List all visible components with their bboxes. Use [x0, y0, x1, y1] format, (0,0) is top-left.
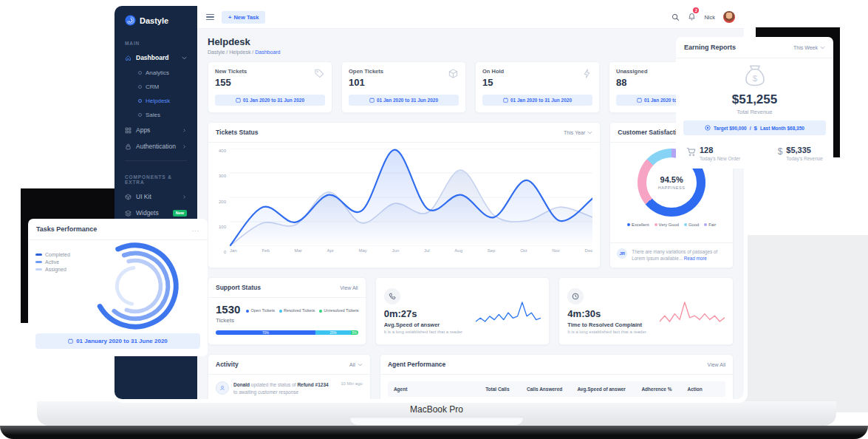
- table-column-header: Action: [688, 387, 720, 392]
- user-avatar[interactable]: [723, 11, 735, 23]
- sidebar-item-sales[interactable]: Sales: [115, 108, 197, 122]
- breadcrumb-section[interactable]: Helpdesk: [229, 50, 250, 55]
- progress-segment: 25%: [315, 330, 351, 335]
- sidebar-item-uikit[interactable]: UI Kit: [115, 188, 197, 205]
- avg-speed-card: 0m:27s Avg.Speed of answer It is a long …: [375, 277, 550, 345]
- agent-table-header: AgentTotal CallsCalls AnsweredAvg.Speed …: [388, 381, 725, 397]
- y-tick-label: 0: [216, 250, 226, 254]
- tasks-date-range-picker[interactable]: 01 January 2020 to 31 June 2020: [35, 333, 200, 349]
- calendar-icon: [68, 338, 73, 344]
- tasks-performance-card: Tasks Performance ... CompletedActiveAss…: [28, 219, 208, 356]
- legend-item: Unresolved Tickets: [319, 308, 358, 313]
- legend-item: Fair: [704, 222, 716, 227]
- table-column-header: Adherence %: [641, 387, 687, 392]
- tasks-radial-chart: [88, 239, 182, 333]
- tickets-period-select[interactable]: This Year: [564, 130, 592, 135]
- laptop-base: MacBook Pro: [37, 401, 836, 426]
- target-strip: Target $90,000 / $ Last Month $68,350: [683, 120, 826, 135]
- legend-item: Very Good: [655, 222, 679, 227]
- resolve-time-label: Time to Resolved Complaint: [567, 321, 655, 328]
- date-range-picker[interactable]: 01 Jan 2020 to 31 Jun 2020: [482, 95, 592, 106]
- stat-card-open-tickets: Open Tickets 101 01 Jan 202: [341, 61, 466, 113]
- agent-performance-card: Agent Performance View All AgentTotal Ca…: [380, 354, 734, 399]
- legend-item: Completed: [35, 252, 70, 257]
- main-area: + New Task 2 Nick Hel: [197, 6, 744, 399]
- date-range-picker[interactable]: 01 Jan 2020 to 31 Jun 2020: [215, 95, 325, 106]
- table-column-header: Calls Answered: [527, 387, 577, 392]
- laptop-screen: Dastyle Main Dashboard Analytics CRM Hel…: [115, 6, 748, 403]
- stat-value: 15: [482, 77, 504, 88]
- sidebar-item-crm[interactable]: CRM: [115, 80, 197, 94]
- dashboard-app: Dastyle Main Dashboard Analytics CRM Hel…: [115, 6, 744, 399]
- sidebar-divider: [125, 160, 187, 161]
- nav-section-components: Components & Extra: [115, 167, 197, 188]
- brand-logo[interactable]: Dastyle: [115, 13, 197, 33]
- breadcrumb-root[interactable]: Dastyle: [208, 50, 225, 55]
- macbook-mockup: { "laptop": { "label": "MacBook Pro" }, …: [0, 0, 868, 439]
- y-tick-label: 200: [216, 200, 226, 204]
- month-label: Oct: [520, 248, 527, 253]
- support-legend: Open TicketsResolved TicketsUnresolved T…: [246, 308, 358, 313]
- agent-view-all-link[interactable]: View All: [708, 362, 725, 367]
- new-badge: New: [173, 210, 187, 217]
- sidebar-item-authentication[interactable]: Authentication: [115, 138, 197, 154]
- more-options-icon[interactable]: ...: [191, 228, 199, 231]
- sidebar-item-analytics[interactable]: Analytics: [115, 66, 197, 80]
- sidebar-item-label: CRM: [146, 84, 159, 90]
- target-icon: [705, 125, 711, 131]
- chevron-right-icon: [182, 195, 187, 199]
- laptop-model-label: MacBook Pro: [37, 401, 836, 415]
- earning-reports-title: Earning Reports: [684, 44, 736, 51]
- stat-label: Open Tickets: [349, 68, 383, 75]
- search-icon[interactable]: [671, 13, 680, 21]
- bell-icon: [688, 13, 696, 21]
- activity-actor: Donald: [233, 382, 250, 387]
- chevron-down-icon: [587, 131, 592, 135]
- menu-toggle-icon[interactable]: [206, 14, 214, 21]
- topbar: + New Task 2 Nick: [197, 6, 744, 29]
- month-label: May: [359, 248, 367, 253]
- date-range-picker[interactable]: 01 Jan 2020 to 31 Jun 2020: [349, 95, 459, 106]
- read-more-link[interactable]: Read more: [684, 256, 707, 261]
- activity-filter-select[interactable]: All: [349, 362, 363, 367]
- legend-dot-icon: [627, 223, 630, 226]
- month-label: Dec: [585, 248, 593, 253]
- table-column-header: Avg.Speed of answer: [577, 387, 641, 392]
- stat-value: 101: [349, 77, 383, 88]
- tickets-total: 1530: [216, 304, 240, 315]
- support-progress-bar: 70%25%5%: [216, 330, 358, 335]
- resolve-time-value: 4m:30s: [567, 308, 655, 319]
- earning-period-select[interactable]: This Week: [793, 45, 825, 50]
- support-view-all-link[interactable]: View All: [340, 285, 358, 290]
- new-task-button[interactable]: + New Task: [222, 11, 265, 24]
- laptop-bottom-edge: [0, 426, 868, 439]
- support-status-card: Support Status View All 1530 Tickets Ope…: [208, 277, 366, 345]
- bullet-icon: [138, 71, 142, 75]
- brand-name: Dastyle: [140, 16, 168, 25]
- agent-performance-title: Agent Performance: [388, 361, 445, 368]
- legend-mark-icon: [35, 261, 42, 263]
- legend-item: Good: [684, 222, 699, 227]
- stat-label: On Hold: [482, 68, 504, 75]
- support-status-title: Support Status: [216, 284, 261, 291]
- sidebar-item-apps[interactable]: Apps: [115, 122, 197, 138]
- sidebar-item-label: UI Kit: [136, 193, 151, 200]
- legend-mark-icon: [35, 268, 42, 270]
- sidebar-item-dashboard[interactable]: Dashboard: [115, 50, 197, 66]
- month-label: Jun: [392, 248, 400, 253]
- dastyle-logo-icon: [125, 15, 136, 26]
- notifications-button[interactable]: 2: [688, 10, 696, 24]
- stat-label: Unassigned: [616, 68, 648, 75]
- revenue-value: $5,335: [786, 146, 823, 154]
- avg-speed-desc: It is a long established fact that a rea…: [384, 330, 472, 334]
- tickets-total-label: Tickets: [216, 317, 240, 324]
- todays-orders: 128 Today's New Order: [686, 146, 740, 161]
- activity-list-item[interactable]: Donald updated the status of Refund #123…: [208, 375, 370, 399]
- satisfaction-legend: ExcellentVery GoodGoodFair: [627, 222, 716, 227]
- y-tick-label: 100: [216, 225, 226, 229]
- sidebar-item-helpdesk[interactable]: Helpdesk: [115, 94, 197, 108]
- grid-icon: [125, 127, 131, 134]
- orders-value: 128: [700, 146, 740, 154]
- speed-sparkline-chart: [476, 297, 541, 325]
- legend-dot-icon: [279, 310, 282, 313]
